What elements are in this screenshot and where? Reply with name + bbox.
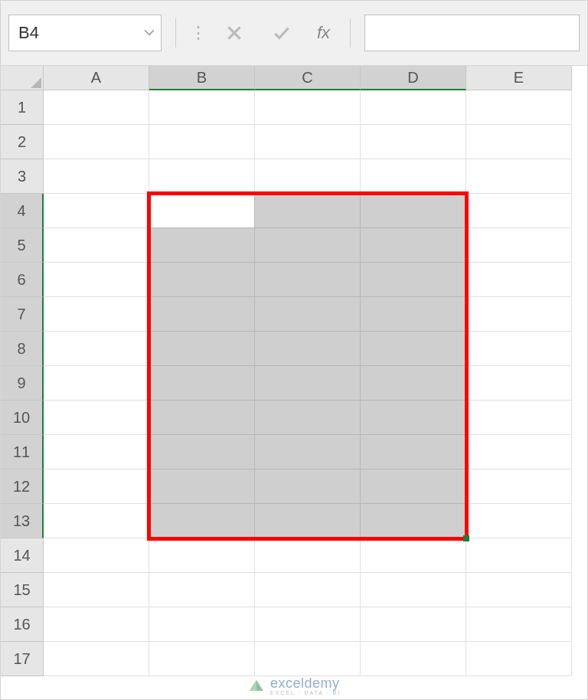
cell-B10[interactable] xyxy=(149,401,255,435)
cell-E17[interactable] xyxy=(466,642,572,676)
cell-D3[interactable] xyxy=(361,159,466,194)
cell-B9[interactable] xyxy=(149,366,255,401)
cell-D12[interactable] xyxy=(361,469,466,504)
cell-C17[interactable] xyxy=(255,642,361,676)
cell-D2[interactable] xyxy=(361,125,466,159)
column-header-D[interactable]: D xyxy=(361,66,466,90)
cell-A15[interactable] xyxy=(44,573,149,607)
cell-D1[interactable] xyxy=(361,90,466,125)
cell-A5[interactable] xyxy=(44,228,149,263)
cell-A2[interactable] xyxy=(44,125,149,159)
chevron-down-icon[interactable] xyxy=(144,27,155,39)
cell-A4[interactable] xyxy=(44,194,149,228)
row-header-10[interactable]: 10 xyxy=(1,401,44,435)
cell-C11[interactable] xyxy=(255,435,361,469)
cell-C13[interactable] xyxy=(255,504,361,538)
column-header-C[interactable]: C xyxy=(255,66,361,90)
cell-E11[interactable] xyxy=(466,435,572,469)
cell-E8[interactable] xyxy=(466,332,572,366)
cell-C4[interactable] xyxy=(255,194,361,228)
cell-D14[interactable] xyxy=(361,538,466,573)
cell-C5[interactable] xyxy=(255,228,361,263)
cell-B5[interactable] xyxy=(149,228,255,263)
cell-A12[interactable] xyxy=(44,469,149,504)
row-header-9[interactable]: 9 xyxy=(1,366,44,401)
cell-B7[interactable] xyxy=(149,297,255,332)
cell-D13[interactable] xyxy=(361,504,466,538)
cell-B15[interactable] xyxy=(149,573,255,607)
cell-E6[interactable] xyxy=(466,263,572,297)
cell-C16[interactable] xyxy=(255,607,361,642)
cell-C15[interactable] xyxy=(255,573,361,607)
row-header-5[interactable]: 5 xyxy=(1,228,44,263)
cell-B3[interactable] xyxy=(149,159,255,194)
cell-A10[interactable] xyxy=(44,401,149,435)
cell-D16[interactable] xyxy=(361,607,466,642)
column-header-B[interactable]: B xyxy=(149,66,255,90)
cell-C3[interactable] xyxy=(255,159,361,194)
formula-input[interactable] xyxy=(364,15,580,51)
cell-A17[interactable] xyxy=(44,642,149,676)
column-header-E[interactable]: E xyxy=(466,66,572,90)
row-header-3[interactable]: 3 xyxy=(1,159,44,194)
cell-A3[interactable] xyxy=(44,159,149,194)
cell-E12[interactable] xyxy=(466,469,572,504)
cell-D6[interactable] xyxy=(361,263,466,297)
fill-handle[interactable] xyxy=(463,535,469,541)
cell-B2[interactable] xyxy=(149,125,255,159)
row-header-14[interactable]: 14 xyxy=(1,538,44,573)
cell-C10[interactable] xyxy=(255,401,361,435)
row-header-6[interactable]: 6 xyxy=(1,263,44,297)
cell-D17[interactable] xyxy=(361,642,466,676)
row-header-7[interactable]: 7 xyxy=(1,297,44,332)
cell-E13[interactable] xyxy=(466,504,572,538)
cell-E3[interactable] xyxy=(466,159,572,194)
cell-E15[interactable] xyxy=(466,573,572,607)
row-header-17[interactable]: 17 xyxy=(1,642,44,676)
row-header-16[interactable]: 16 xyxy=(1,607,44,642)
fx-label[interactable]: fx xyxy=(311,23,336,43)
cell-B1[interactable] xyxy=(149,90,255,125)
cell-D7[interactable] xyxy=(361,297,466,332)
enter-button[interactable] xyxy=(263,15,300,51)
name-box[interactable]: B4 xyxy=(8,15,162,51)
cell-A14[interactable] xyxy=(44,538,149,573)
cell-A13[interactable] xyxy=(44,504,149,538)
cell-D15[interactable] xyxy=(361,573,466,607)
cell-D11[interactable] xyxy=(361,435,466,469)
row-header-1[interactable]: 1 xyxy=(1,90,44,125)
cell-C14[interactable] xyxy=(255,538,361,573)
cell-B11[interactable] xyxy=(149,435,255,469)
cell-E5[interactable] xyxy=(466,228,572,263)
cell-E7[interactable] xyxy=(466,297,572,332)
cancel-button[interactable] xyxy=(216,15,253,51)
cell-A16[interactable] xyxy=(44,607,149,642)
cell-C9[interactable] xyxy=(255,366,361,401)
cell-E2[interactable] xyxy=(466,125,572,159)
cell-D10[interactable] xyxy=(361,401,466,435)
cell-A9[interactable] xyxy=(44,366,149,401)
cell-C2[interactable] xyxy=(255,125,361,159)
cell-D8[interactable] xyxy=(361,332,466,366)
cell-E4[interactable] xyxy=(466,194,572,228)
cell-A6[interactable] xyxy=(44,263,149,297)
spreadsheet-grid[interactable]: ABCDE1234567891011121314151617 xyxy=(1,66,587,700)
cell-C12[interactable] xyxy=(255,469,361,504)
cell-D9[interactable] xyxy=(361,366,466,401)
cell-C6[interactable] xyxy=(255,263,361,297)
row-header-13[interactable]: 13 xyxy=(1,504,44,538)
cell-B8[interactable] xyxy=(149,332,255,366)
cell-A11[interactable] xyxy=(44,435,149,469)
cell-B12[interactable] xyxy=(149,469,255,504)
cell-E10[interactable] xyxy=(466,401,572,435)
cell-D5[interactable] xyxy=(361,228,466,263)
cell-C1[interactable] xyxy=(255,90,361,125)
cell-E16[interactable] xyxy=(466,607,572,642)
row-header-12[interactable]: 12 xyxy=(1,469,44,504)
cell-C7[interactable] xyxy=(255,297,361,332)
cell-A8[interactable] xyxy=(44,332,149,366)
cell-B6[interactable] xyxy=(149,263,255,297)
cell-B17[interactable] xyxy=(149,642,255,676)
cell-E14[interactable] xyxy=(466,538,572,573)
row-header-4[interactable]: 4 xyxy=(1,194,44,228)
